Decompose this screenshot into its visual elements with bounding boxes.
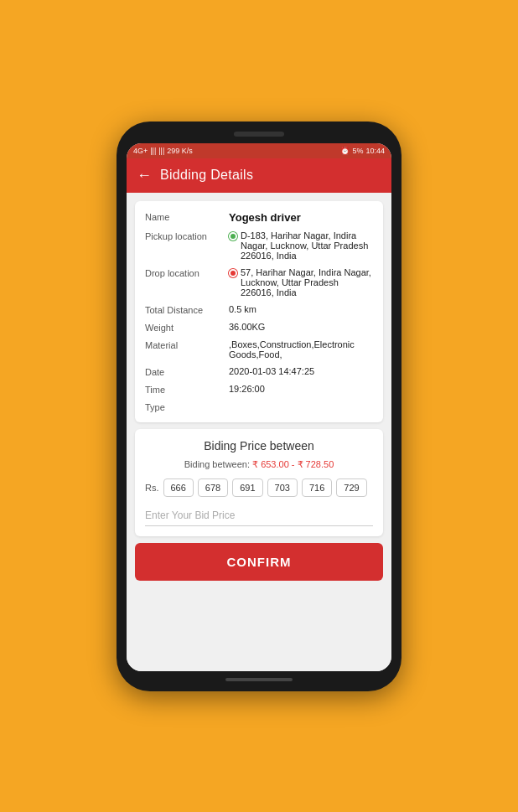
- status-right: ⏰ 5% 10:44: [340, 147, 385, 155]
- material-label: Material: [145, 339, 229, 350]
- signal2-icon: |||: [158, 147, 164, 155]
- back-button[interactable]: ←: [137, 167, 152, 184]
- confirm-button[interactable]: CONFIRM: [135, 543, 383, 581]
- details-card: Name Yogesh driver Pickup location D-183…: [135, 201, 383, 422]
- name-label: Name: [145, 211, 229, 222]
- distance-label: Total Distance: [145, 304, 229, 315]
- material-row: Material ,Boxes,Construction,Electronic …: [145, 339, 373, 359]
- battery-text: 5%: [352, 147, 363, 155]
- name-value: Yogesh driver: [229, 211, 373, 224]
- pickup-dot-icon: [229, 232, 237, 240]
- phone-home-bar: [225, 678, 293, 681]
- phone-screen: 4G+ ||| ||| 299 K/s ⏰ 5% 10:44 ← Bidding…: [127, 143, 391, 671]
- time-label: Time: [145, 384, 229, 395]
- chip-678[interactable]: 678: [198, 478, 228, 497]
- drop-row: Drop location 57, Harihar Nagar, Indira …: [145, 267, 373, 297]
- page-title: Bidding Details: [160, 168, 253, 183]
- date-value: 2020-01-03 14:47:25: [229, 366, 373, 376]
- date-row: Date 2020-01-03 14:47:25: [145, 366, 373, 377]
- bid-price-input[interactable]: [145, 505, 373, 526]
- bidding-card: Biding Price between Biding between: ₹ 6…: [135, 429, 383, 536]
- distance-row: Total Distance 0.5 km: [145, 304, 373, 315]
- date-label: Date: [145, 366, 229, 377]
- material-value: ,Boxes,Construction,Electronic Goods,Foo…: [229, 339, 373, 359]
- pickup-value: D-183, Harihar Nagar, Indira Nagar, Luck…: [229, 230, 373, 261]
- signal1-icon: |||: [150, 147, 156, 155]
- time-text: 10:44: [365, 147, 385, 155]
- drop-value: 57, Harihar Nagar, Indira Nagar, Lucknow…: [229, 267, 373, 297]
- bid-range-value: ₹ 653.00 - ₹ 728.50: [252, 459, 334, 469]
- header: ← Bidding Details: [127, 158, 391, 193]
- weight-label: Weight: [145, 322, 229, 333]
- pickup-label: Pickup location: [145, 230, 229, 241]
- chip-716[interactable]: 716: [302, 478, 332, 497]
- rs-label: Rs.: [145, 483, 159, 493]
- chip-666[interactable]: 666: [163, 478, 194, 497]
- distance-value: 0.5 km: [229, 304, 373, 314]
- name-row: Name Yogesh driver: [145, 211, 373, 224]
- bid-chips-row: Rs. 666 678 691 703 716 729: [145, 478, 373, 497]
- chip-691[interactable]: 691: [232, 478, 262, 497]
- time-row: Time 19:26:00: [145, 384, 373, 395]
- phone-speaker: [234, 132, 284, 137]
- weight-row: Weight 36.00KG: [145, 322, 373, 333]
- pickup-row: Pickup location D-183, Harihar Nagar, In…: [145, 230, 373, 261]
- speed-text: 299 K/s: [167, 147, 193, 155]
- drop-dot-icon: [229, 269, 237, 277]
- bid-range-row: Biding between: ₹ 653.00 - ₹ 728.50: [145, 459, 373, 470]
- network-icon: 4G+: [133, 147, 148, 155]
- phone-frame: 4G+ ||| ||| 299 K/s ⏰ 5% 10:44 ← Bidding…: [117, 122, 401, 691]
- weight-value: 36.00KG: [229, 322, 373, 332]
- content-area: Name Yogesh driver Pickup location D-183…: [127, 193, 391, 671]
- type-row: Type: [145, 401, 373, 412]
- chip-703[interactable]: 703: [267, 478, 298, 497]
- bid-section-title: Biding Price between: [145, 439, 373, 453]
- bid-range-label: Biding between:: [184, 459, 250, 469]
- chip-729[interactable]: 729: [336, 478, 366, 497]
- time-value: 19:26:00: [229, 384, 373, 394]
- status-bar: 4G+ ||| ||| 299 K/s ⏰ 5% 10:44: [127, 143, 391, 158]
- drop-label: Drop location: [145, 267, 229, 278]
- type-label: Type: [145, 401, 229, 412]
- alarm-icon: ⏰: [340, 147, 350, 155]
- status-left: 4G+ ||| ||| 299 K/s: [133, 147, 193, 155]
